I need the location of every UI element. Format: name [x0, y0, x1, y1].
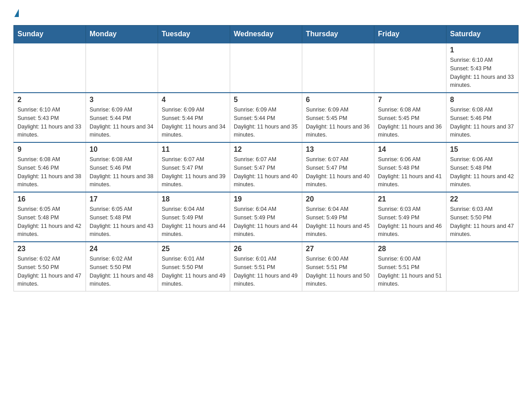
day-info: Sunrise: 6:07 AMSunset: 5:47 PMDaylight:…: [162, 155, 226, 189]
day-number: 6: [306, 96, 370, 104]
day-number: 22: [450, 195, 515, 203]
day-number: 20: [306, 195, 370, 203]
logo-triangle-icon: [14, 9, 19, 17]
day-info: Sunrise: 6:09 AMSunset: 5:44 PMDaylight:…: [162, 106, 226, 139]
calendar-table: SundayMondayTuesdayWednesdayThursdayFrid…: [13, 25, 519, 291]
calendar-cell: 11Sunrise: 6:07 AMSunset: 5:47 PMDayligh…: [158, 142, 230, 192]
calendar-header: SundayMondayTuesdayWednesdayThursdayFrid…: [14, 26, 519, 43]
day-number: 17: [90, 195, 154, 203]
calendar-cell: 19Sunrise: 6:04 AMSunset: 5:49 PMDayligh…: [230, 192, 302, 242]
day-info: Sunrise: 6:07 AMSunset: 5:47 PMDaylight:…: [306, 155, 370, 189]
day-number: 3: [90, 96, 154, 104]
logo: [13, 9, 19, 16]
day-info: Sunrise: 6:00 AMSunset: 5:51 PMDaylight:…: [378, 255, 442, 288]
day-info: Sunrise: 6:09 AMSunset: 5:45 PMDaylight:…: [306, 106, 370, 139]
page-header: [13, 9, 519, 16]
day-number: 25: [162, 245, 226, 253]
day-number: 8: [450, 96, 515, 104]
calendar-cell: 14Sunrise: 6:06 AMSunset: 5:48 PMDayligh…: [374, 142, 446, 192]
day-info: Sunrise: 6:07 AMSunset: 5:47 PMDaylight:…: [234, 155, 298, 189]
calendar-cell: 28Sunrise: 6:00 AMSunset: 5:51 PMDayligh…: [374, 242, 446, 291]
calendar-cell: 4Sunrise: 6:09 AMSunset: 5:44 PMDaylight…: [158, 93, 230, 142]
calendar-cell: [302, 43, 374, 93]
calendar-week-row: 1Sunrise: 6:10 AMSunset: 5:43 PMDaylight…: [14, 43, 519, 93]
calendar-cell: 7Sunrise: 6:08 AMSunset: 5:45 PMDaylight…: [374, 93, 446, 142]
day-info: Sunrise: 6:00 AMSunset: 5:51 PMDaylight:…: [306, 255, 370, 288]
day-info: Sunrise: 6:08 AMSunset: 5:46 PMDaylight:…: [450, 106, 515, 139]
calendar-cell: 17Sunrise: 6:05 AMSunset: 5:48 PMDayligh…: [86, 192, 158, 242]
calendar-week-row: 16Sunrise: 6:05 AMSunset: 5:48 PMDayligh…: [14, 192, 519, 242]
day-info: Sunrise: 6:01 AMSunset: 5:51 PMDaylight:…: [234, 255, 298, 288]
day-info: Sunrise: 6:04 AMSunset: 5:49 PMDaylight:…: [162, 205, 226, 239]
day-number: 21: [378, 195, 442, 203]
calendar-cell: 26Sunrise: 6:01 AMSunset: 5:51 PMDayligh…: [230, 242, 302, 291]
day-info: Sunrise: 6:03 AMSunset: 5:50 PMDaylight:…: [450, 205, 515, 239]
day-number: 27: [306, 245, 370, 253]
calendar-week-row: 2Sunrise: 6:10 AMSunset: 5:43 PMDaylight…: [14, 93, 519, 142]
day-number: 4: [162, 96, 226, 104]
day-number: 15: [450, 146, 515, 154]
calendar-week-row: 23Sunrise: 6:02 AMSunset: 5:50 PMDayligh…: [14, 242, 519, 291]
calendar-cell: 1Sunrise: 6:10 AMSunset: 5:43 PMDaylight…: [446, 43, 519, 93]
calendar-cell: 21Sunrise: 6:03 AMSunset: 5:49 PMDayligh…: [374, 192, 446, 242]
calendar-cell: 27Sunrise: 6:00 AMSunset: 5:51 PMDayligh…: [302, 242, 374, 291]
day-number: 13: [306, 146, 370, 154]
day-info: Sunrise: 6:04 AMSunset: 5:49 PMDaylight:…: [234, 205, 298, 239]
calendar-cell: [158, 43, 230, 93]
day-number: 23: [17, 245, 82, 253]
calendar-cell: 9Sunrise: 6:08 AMSunset: 5:46 PMDaylight…: [14, 142, 86, 192]
calendar-cell: 6Sunrise: 6:09 AMSunset: 5:45 PMDaylight…: [302, 93, 374, 142]
calendar-cell: 24Sunrise: 6:02 AMSunset: 5:50 PMDayligh…: [86, 242, 158, 291]
calendar-cell: 23Sunrise: 6:02 AMSunset: 5:50 PMDayligh…: [14, 242, 86, 291]
day-info: Sunrise: 6:05 AMSunset: 5:48 PMDaylight:…: [17, 205, 82, 239]
day-info: Sunrise: 6:06 AMSunset: 5:48 PMDaylight:…: [450, 155, 515, 189]
calendar-cell: 8Sunrise: 6:08 AMSunset: 5:46 PMDaylight…: [446, 93, 519, 142]
calendar-cell: 13Sunrise: 6:07 AMSunset: 5:47 PMDayligh…: [302, 142, 374, 192]
day-number: 28: [378, 245, 442, 253]
weekday-header-row: SundayMondayTuesdayWednesdayThursdayFrid…: [14, 26, 519, 43]
day-info: Sunrise: 6:03 AMSunset: 5:49 PMDaylight:…: [378, 205, 442, 239]
calendar-cell: 20Sunrise: 6:04 AMSunset: 5:49 PMDayligh…: [302, 192, 374, 242]
day-info: Sunrise: 6:08 AMSunset: 5:46 PMDaylight:…: [17, 155, 82, 189]
calendar-cell: 2Sunrise: 6:10 AMSunset: 5:43 PMDaylight…: [14, 93, 86, 142]
calendar-body: 1Sunrise: 6:10 AMSunset: 5:43 PMDaylight…: [14, 43, 519, 291]
day-info: Sunrise: 6:10 AMSunset: 5:43 PMDaylight:…: [17, 106, 82, 139]
weekday-header-sunday: Sunday: [14, 26, 86, 43]
calendar-cell: 16Sunrise: 6:05 AMSunset: 5:48 PMDayligh…: [14, 192, 86, 242]
day-number: 11: [162, 146, 226, 154]
day-number: 9: [17, 146, 82, 154]
day-info: Sunrise: 6:06 AMSunset: 5:48 PMDaylight:…: [378, 155, 442, 189]
calendar-cell: 18Sunrise: 6:04 AMSunset: 5:49 PMDayligh…: [158, 192, 230, 242]
calendar-cell: [374, 43, 446, 93]
day-number: 18: [162, 195, 226, 203]
calendar-cell: [86, 43, 158, 93]
day-info: Sunrise: 6:09 AMSunset: 5:44 PMDaylight:…: [234, 106, 298, 139]
day-number: 10: [90, 146, 154, 154]
calendar-cell: 10Sunrise: 6:08 AMSunset: 5:46 PMDayligh…: [86, 142, 158, 192]
weekday-header-saturday: Saturday: [446, 26, 519, 43]
day-number: 26: [234, 245, 298, 253]
day-number: 7: [378, 96, 442, 104]
day-info: Sunrise: 6:08 AMSunset: 5:46 PMDaylight:…: [90, 155, 154, 189]
weekday-header-wednesday: Wednesday: [230, 26, 302, 43]
calendar-cell: 25Sunrise: 6:01 AMSunset: 5:50 PMDayligh…: [158, 242, 230, 291]
calendar-cell: 12Sunrise: 6:07 AMSunset: 5:47 PMDayligh…: [230, 142, 302, 192]
day-number: 19: [234, 195, 298, 203]
calendar-week-row: 9Sunrise: 6:08 AMSunset: 5:46 PMDaylight…: [14, 142, 519, 192]
day-number: 16: [17, 195, 82, 203]
calendar-cell: 5Sunrise: 6:09 AMSunset: 5:44 PMDaylight…: [230, 93, 302, 142]
day-number: 24: [90, 245, 154, 253]
calendar-cell: [14, 43, 86, 93]
day-info: Sunrise: 6:08 AMSunset: 5:45 PMDaylight:…: [378, 106, 442, 139]
weekday-header-thursday: Thursday: [302, 26, 374, 43]
day-info: Sunrise: 6:02 AMSunset: 5:50 PMDaylight:…: [90, 255, 154, 288]
weekday-header-tuesday: Tuesday: [158, 26, 230, 43]
day-info: Sunrise: 6:05 AMSunset: 5:48 PMDaylight:…: [90, 205, 154, 239]
day-number: 12: [234, 146, 298, 154]
day-number: 5: [234, 96, 298, 104]
weekday-header-friday: Friday: [374, 26, 446, 43]
day-info: Sunrise: 6:04 AMSunset: 5:49 PMDaylight:…: [306, 205, 370, 239]
day-info: Sunrise: 6:09 AMSunset: 5:44 PMDaylight:…: [90, 106, 154, 139]
calendar-cell: 22Sunrise: 6:03 AMSunset: 5:50 PMDayligh…: [446, 192, 519, 242]
calendar-cell: 15Sunrise: 6:06 AMSunset: 5:48 PMDayligh…: [446, 142, 519, 192]
